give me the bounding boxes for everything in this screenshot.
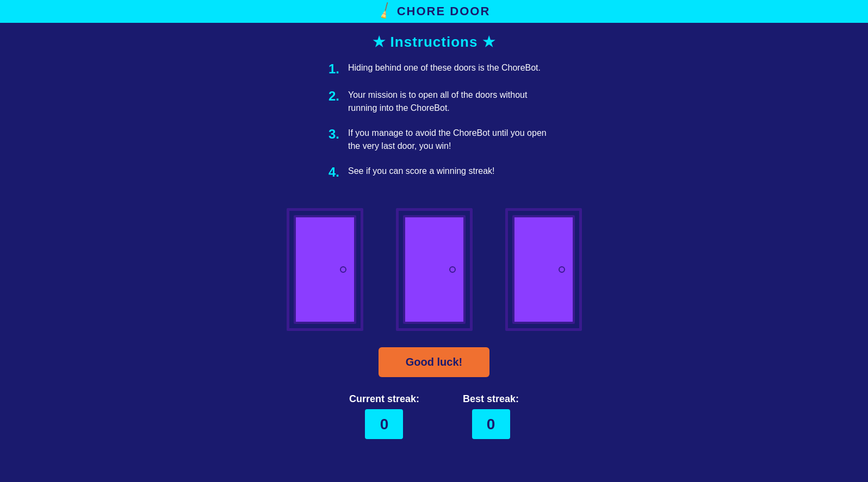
- instruction-step-3: 3.If you manage to avoid the ChoreBot un…: [320, 127, 548, 153]
- main-content: ★ Instructions ★ 1.Hiding behind one of …: [0, 23, 868, 455]
- door-3[interactable]: [512, 215, 575, 324]
- door-3-frame: [505, 208, 582, 331]
- door-2[interactable]: [403, 215, 466, 324]
- door-2-knob: [449, 266, 456, 273]
- door-2-wrapper[interactable]: [396, 208, 473, 331]
- streak-section: Current streak: 0 Best streak: 0: [349, 393, 519, 439]
- instruction-step-4: 4.See if you can score a winning streak!: [320, 165, 548, 180]
- doors-container: [287, 208, 582, 331]
- current-streak-item: Current streak: 0: [349, 393, 419, 439]
- door-1-knob: [340, 266, 346, 273]
- instruction-step-1: 1.Hiding behind one of these doors is th…: [320, 61, 548, 77]
- step-number-1: 1.: [320, 61, 339, 77]
- best-streak-item: Best streak: 0: [463, 393, 519, 439]
- instructions-heading: ★ Instructions ★: [373, 34, 495, 51]
- door-3-knob: [559, 266, 565, 273]
- step-number-3: 3.: [320, 127, 339, 142]
- door-3-wrapper[interactable]: [505, 208, 582, 331]
- instruction-step-2: 2.Your mission is to open all of the doo…: [320, 89, 548, 115]
- best-streak-label: Best streak:: [463, 393, 519, 405]
- broom-icon: 🧹: [375, 2, 395, 21]
- current-streak-label: Current streak:: [349, 393, 419, 405]
- step-text-2: Your mission is to open all of the doors…: [348, 89, 548, 115]
- good-luck-button[interactable]: Good luck!: [379, 347, 489, 377]
- door-1-frame: [287, 208, 363, 331]
- header: 🧹 CHORE DOOR: [0, 0, 868, 23]
- door-1-wrapper[interactable]: [287, 208, 363, 331]
- door-2-frame: [396, 208, 473, 331]
- instructions-list: 1.Hiding behind one of these doors is th…: [320, 61, 548, 192]
- step-text-4: See if you can score a winning streak!: [348, 165, 494, 178]
- current-streak-value: 0: [365, 409, 403, 439]
- door-1[interactable]: [294, 215, 356, 324]
- best-streak-value: 0: [472, 409, 510, 439]
- step-text-3: If you manage to avoid the ChoreBot unti…: [348, 127, 548, 153]
- step-number-4: 4.: [320, 165, 339, 180]
- step-text-1: Hiding behind one of these doors is the …: [348, 61, 541, 74]
- app-title: CHORE DOOR: [397, 4, 491, 18]
- step-number-2: 2.: [320, 89, 339, 104]
